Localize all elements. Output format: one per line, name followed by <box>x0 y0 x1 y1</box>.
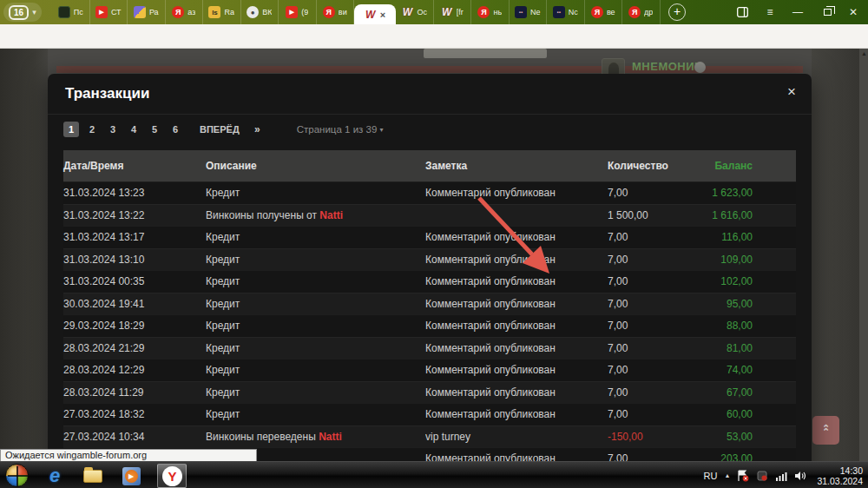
cell-quantity: 7,00 <box>608 298 712 310</box>
tab-7[interactable]: Яви <box>317 0 355 24</box>
cell-description: Кредит <box>206 298 425 310</box>
background-panel <box>424 49 547 58</box>
media-player-icon[interactable]: ▶ <box>120 465 142 487</box>
tab-5[interactable]: ●ВК <box>241 0 279 24</box>
tab-label: Nе <box>530 8 541 16</box>
tab-label: нь <box>493 8 502 16</box>
cell-date: 29.03.2024 18:29 <box>63 320 206 332</box>
yandex-browser-taskbar-icon[interactable]: Y <box>157 464 187 488</box>
table-row: 30.03.2024 19:41КредитКомментарий опубли… <box>63 293 796 315</box>
window-minimize-button[interactable]: — <box>785 0 811 24</box>
username-link[interactable]: Natti <box>319 209 343 221</box>
tab-13[interactable]: ▪▪Nс <box>547 0 585 24</box>
system-tray: RU ▲ 14:30 31.03.2024 <box>704 462 868 488</box>
cell-description: Винкоины получены от Natti <box>206 209 425 221</box>
cell-date: 31.03.2024 13:23 <box>63 187 206 199</box>
internet-explorer-icon[interactable]: e <box>43 465 66 487</box>
scroll-to-top-button[interactable]: ⌃⌃ <box>812 416 839 445</box>
browser-tab-bar: 16 ▾ Пс▶СТРаЯазlsRa●ВК▶(9ЯвиW×WОсW[frЯнь… <box>0 0 868 24</box>
cell-quantity: 7,00 <box>608 408 712 420</box>
wing2-favicon: W <box>441 6 453 18</box>
pagination-next-button[interactable]: ВПЕРЁД <box>195 122 244 137</box>
tab-9[interactable]: WОс <box>396 0 434 24</box>
cell-balance: 109,00 <box>712 254 796 266</box>
column-header-date: Дата/Время <box>63 160 206 172</box>
taskbar-clock[interactable]: 14:30 31.03.2024 <box>813 465 863 486</box>
pagination-page-info[interactable]: Страница 1 из 39 ▾ <box>293 122 388 137</box>
tab-label: ве <box>607 8 615 16</box>
tab-count-badge: 16 <box>9 5 29 20</box>
tab-2[interactable]: Ра <box>128 0 166 24</box>
yandex-favicon: Я <box>591 6 603 18</box>
page-scrollbar[interactable]: ▲ <box>859 49 868 461</box>
tab-0[interactable]: Пс <box>52 0 90 24</box>
circle-favicon: ● <box>247 6 259 18</box>
start-button[interactable] <box>5 464 29 487</box>
tab-close-icon[interactable]: × <box>380 10 385 20</box>
window-close-button[interactable]: ✕ <box>840 0 866 24</box>
dark-favicon <box>58 6 70 18</box>
tab-counter[interactable]: 16 ▾ <box>3 3 42 22</box>
tab-label: Ra <box>224 8 234 16</box>
language-indicator[interactable]: RU <box>704 471 718 481</box>
window-restore-button[interactable] <box>814 0 840 24</box>
cell-balance: 102,00 <box>712 275 796 287</box>
cell-date: 27.03.2024 10:34 <box>63 431 206 443</box>
tab-strip: Пс▶СТРаЯазlsRa●ВК▶(9ЯвиW×WОсW[frЯнь▪▪Nе▪… <box>52 0 661 24</box>
column-header-note: Заметка <box>425 160 608 172</box>
pagination-last-button[interactable]: » <box>249 122 265 137</box>
security-tray-icon[interactable] <box>756 470 768 482</box>
cell-balance: 74,00 <box>712 364 796 376</box>
tray-date: 31.03.2024 <box>817 476 863 486</box>
cell-description: Кредит <box>206 187 425 199</box>
cell-description: Кредит <box>206 275 425 287</box>
username-link[interactable]: Natti <box>319 431 342 443</box>
cell-description: Кредит <box>206 231 425 243</box>
yellow-favicon: ls <box>208 6 220 18</box>
close-icon[interactable]: × <box>787 83 796 101</box>
cell-balance: 81,00 <box>712 342 796 354</box>
modal-title: Транзакции <box>65 85 149 102</box>
new-tab-button[interactable]: + <box>668 3 686 21</box>
cell-description: Кредит <box>206 342 425 354</box>
action-center-flag-icon[interactable] <box>737 470 749 482</box>
pagination-page-6[interactable]: 6 <box>168 122 183 137</box>
tab-active[interactable]: W× <box>354 4 396 24</box>
youtube-favicon: ▶ <box>286 6 298 18</box>
network-signal-icon[interactable] <box>775 470 787 482</box>
tab-10[interactable]: W[fr <box>434 0 472 24</box>
file-explorer-icon[interactable] <box>82 465 104 487</box>
pagination-page-3[interactable]: 3 <box>105 122 121 137</box>
tab-4[interactable]: lsRa <box>203 0 241 24</box>
tab-label: [fr <box>457 8 464 16</box>
tab-12[interactable]: ▪▪Nе <box>510 0 548 24</box>
tab-6[interactable]: ▶(9 <box>279 0 317 24</box>
pagination-page-1[interactable]: 1 <box>63 122 79 137</box>
volume-icon[interactable] <box>794 470 806 482</box>
cell-description: Кредит <box>206 254 425 266</box>
side-panels-icon[interactable] <box>729 0 755 24</box>
cell-note: Комментарий опубликован <box>425 254 608 266</box>
pagination-page-4[interactable]: 4 <box>126 122 141 137</box>
tab-14[interactable]: Яве <box>585 0 623 24</box>
tab-1[interactable]: ▶СТ <box>90 0 128 24</box>
navy-favicon: ▪▪ <box>553 6 565 18</box>
column-header-quantity: Количество <box>608 160 712 172</box>
pagination-page-2[interactable]: 2 <box>84 122 100 137</box>
tab-3[interactable]: Яаз <box>166 0 204 24</box>
cell-balance: 88,00 <box>712 320 796 332</box>
pagination-page-5[interactable]: 5 <box>147 122 162 137</box>
cell-note: Комментарий опубликован <box>425 408 608 420</box>
cell-quantity: 7,00 <box>608 364 712 376</box>
browser-menu-icon[interactable]: ≡ <box>757 0 783 24</box>
table-row: 27.03.2024 18:32КредитКомментарий опубли… <box>63 403 796 425</box>
tab-15[interactable]: Ядр <box>622 0 661 24</box>
show-hidden-icons-icon[interactable]: ▲ <box>725 472 731 478</box>
tab-11[interactable]: Янь <box>471 0 510 24</box>
tray-time: 14:30 <box>817 465 863 476</box>
cell-date: 31.03.2024 13:22 <box>63 209 206 221</box>
cell-quantity: 1 500,00 <box>608 209 712 221</box>
cell-description: Винкоины переведены Natti <box>206 431 425 443</box>
table-row: 27.03.2024 10:34Винкоины переведены Natt… <box>63 425 796 448</box>
tab-label: Nс <box>569 8 578 16</box>
